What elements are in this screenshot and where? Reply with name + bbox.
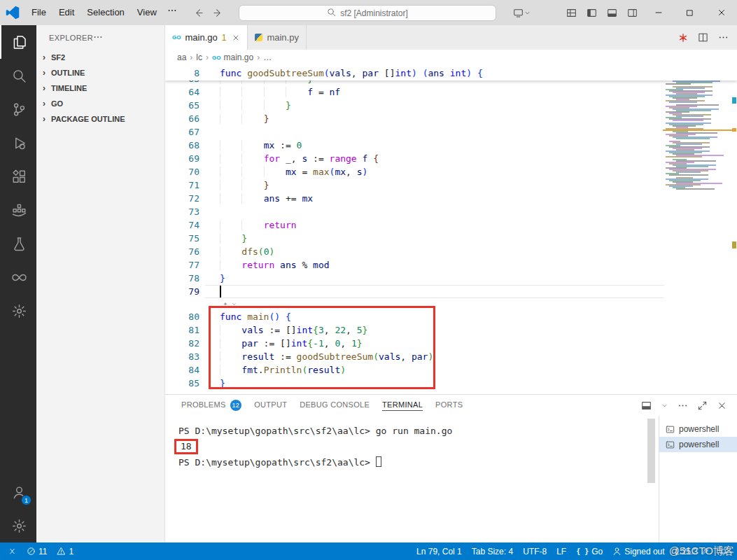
- window-maximize-button[interactable]: [674, 0, 706, 25]
- code-line-71[interactable]: 71 }: [165, 178, 737, 192]
- layout-panel-toggle[interactable]: [602, 4, 622, 22]
- ellipsis-icon[interactable]: [718, 32, 729, 43]
- ellipsis-icon[interactable]: [163, 6, 181, 15]
- close-icon[interactable]: [232, 34, 240, 42]
- breadcrumb-item[interactable]: GOmain.go: [212, 52, 253, 62]
- command-center-search[interactable]: sf2 [Administrator]: [239, 5, 496, 21]
- chevron-down-icon[interactable]: [524, 9, 531, 17]
- activity-extensions[interactable]: [0, 160, 36, 193]
- code-line-74[interactable]: 74 return: [165, 218, 737, 232]
- code-line-80[interactable]: 80func main() {: [165, 310, 737, 323]
- code-line-70[interactable]: 70 mx = max(mx, s): [165, 165, 737, 178]
- status-go[interactable]: { }Go: [571, 542, 608, 560]
- expand-icon[interactable]: [697, 400, 708, 411]
- sidebar-actions-button[interactable]: [93, 32, 103, 43]
- menu-selection[interactable]: Selection: [80, 7, 130, 18]
- panel-tab-debug-console[interactable]: DEBUG CONSOLE: [293, 395, 376, 416]
- grid-toggle[interactable]: [561, 4, 582, 22]
- panel-tab-ports[interactable]: PORTS: [429, 395, 469, 416]
- activity-explorer[interactable]: [0, 25, 36, 59]
- ellipsis-icon[interactable]: [678, 400, 688, 411]
- sidebar-section-timeline[interactable]: ›TIMELINE: [36, 80, 164, 96]
- activity-settings[interactable]: [0, 509, 36, 542]
- code-line-84[interactable]: 84 fmt.Println(result): [165, 363, 737, 377]
- menu-view[interactable]: View: [131, 7, 163, 18]
- status-11[interactable]: 11: [22, 542, 52, 560]
- activity-gitlens[interactable]: [0, 260, 36, 294]
- terminal-instance-powershell[interactable]: powershell: [659, 421, 737, 437]
- sidebar-section-go[interactable]: ›GO: [36, 96, 164, 111]
- sidebar-section-outline[interactable]: ›OUTLINE: [36, 65, 164, 80]
- code-line-79[interactable]: 79: [165, 285, 737, 298]
- menu-file[interactable]: File: [25, 7, 52, 18]
- breadcrumb-item[interactable]: …: [263, 52, 272, 62]
- activity-go-tools[interactable]: [0, 294, 36, 328]
- code-line-66[interactable]: 66 }: [165, 112, 737, 125]
- arrow-back-icon[interactable]: [191, 8, 206, 18]
- arrow-forward-icon[interactable]: [211, 8, 226, 18]
- menu-edit[interactable]: Edit: [52, 7, 80, 18]
- code-line-75[interactable]: 75 }: [165, 232, 737, 245]
- layout-left-toggle[interactable]: [582, 4, 602, 22]
- status-utf-8[interactable]: UTF-8: [518, 542, 552, 560]
- window-minimize-button[interactable]: [643, 0, 674, 25]
- sidebar-section-package-outline[interactable]: ›PACKAGE OUTLINE: [36, 111, 164, 127]
- sticky-line[interactable]: 8func goodSubtreeSum(vals, par []int) (a…: [165, 66, 483, 80]
- code-line-77[interactable]: 77 return ans % mod: [165, 258, 737, 272]
- status-1[interactable]: 1: [52, 542, 78, 560]
- chevron-down-icon[interactable]: [661, 402, 668, 410]
- tab-main-go[interactable]: GOmain.go1: [165, 25, 248, 50]
- code-line-82[interactable]: 82 par := []int{-1, 0, 1}: [165, 337, 737, 350]
- breadcrumb-item[interactable]: aa: [177, 52, 186, 62]
- inline-suggest-widget[interactable]: [165, 298, 737, 310]
- split-editor-icon[interactable]: [698, 32, 708, 43]
- terminal-instance-powershell[interactable]: powershell: [659, 437, 737, 452]
- layout-right-toggle[interactable]: [622, 4, 643, 22]
- code-line-64[interactable]: 64 f = nf: [165, 85, 737, 99]
- code-editor[interactable]: 8func goodSubtreeSum(vals, par []int) (a…: [165, 65, 737, 394]
- activity-containers[interactable]: [0, 193, 36, 227]
- status-ln-79-col-1[interactable]: Ln 79, Col 1: [412, 542, 467, 560]
- activity-search[interactable]: [0, 59, 36, 92]
- status-tab-size-4[interactable]: Tab Size: 4: [467, 542, 518, 560]
- status-signed-out[interactable]: Signed out: [608, 542, 669, 560]
- token: 1: [351, 338, 357, 349]
- panel-tab-terminal[interactable]: TERMINAL: [376, 395, 429, 416]
- monitor-icon[interactable]: [513, 8, 524, 18]
- code-line-69[interactable]: 69 for _, s := range f {: [165, 152, 737, 165]
- code-line-72[interactable]: 72 ans += mx: [165, 192, 737, 205]
- panel-layout-icon[interactable]: [641, 400, 652, 411]
- code-line-76[interactable]: 76 dfs(0): [165, 245, 737, 258]
- panel-tab-output[interactable]: OUTPUT: [248, 395, 293, 416]
- minimap[interactable]: [666, 66, 727, 190]
- panel-tab-problems[interactable]: PROBLEMS12: [175, 395, 248, 416]
- code-line-73[interactable]: 73: [165, 205, 737, 218]
- code-line-67[interactable]: 67: [165, 125, 737, 139]
- code-line-81[interactable]: 81 vals := []int{3, 22, 5}: [165, 323, 737, 337]
- activity-accounts[interactable]: 1: [0, 475, 36, 509]
- status-1.25.3[interactable]: 1.25.3: [670, 542, 714, 560]
- ellipsis-icon[interactable]: [93, 32, 103, 42]
- window-close-button[interactable]: [706, 0, 737, 25]
- breadcrumb[interactable]: aa›lc›GOmain.go›…: [165, 50, 737, 65]
- sidebar-section-sf2[interactable]: ›SF2: [36, 50, 164, 65]
- sticky-scroll-line[interactable]: 8func goodSubtreeSum(vals, par []int) (a…: [165, 65, 737, 80]
- terminal-output[interactable]: PS D:\mysetup\gopath\src\sf2\aa\lc> go r…: [165, 416, 659, 542]
- breadcrumb-item[interactable]: lc: [196, 52, 202, 62]
- tab-main-py[interactable]: main.py: [248, 25, 307, 50]
- code-line-78[interactable]: 78}: [165, 272, 737, 285]
- terminal-scrollbar[interactable]: [647, 419, 655, 483]
- activity-source-control[interactable]: [0, 92, 36, 126]
- code-line-65[interactable]: 65 }: [165, 99, 737, 112]
- status-lf[interactable]: LF: [552, 542, 571, 560]
- activity-testing[interactable]: [0, 227, 36, 260]
- activity-run-debug[interactable]: [0, 126, 36, 160]
- close-icon[interactable]: [717, 400, 727, 411]
- asterisk-icon[interactable]: [678, 33, 688, 43]
- code-line-85[interactable]: 85}: [165, 377, 737, 390]
- code-line-83[interactable]: 83 result := goodSubtreeSum(vals, par): [165, 350, 737, 363]
- code-line-68[interactable]: 68 mx := 0: [165, 139, 737, 152]
- remote-window-control[interactable]: [513, 8, 531, 18]
- status-remote[interactable]: [3, 542, 22, 560]
- status-bell[interactable]: [714, 542, 733, 560]
